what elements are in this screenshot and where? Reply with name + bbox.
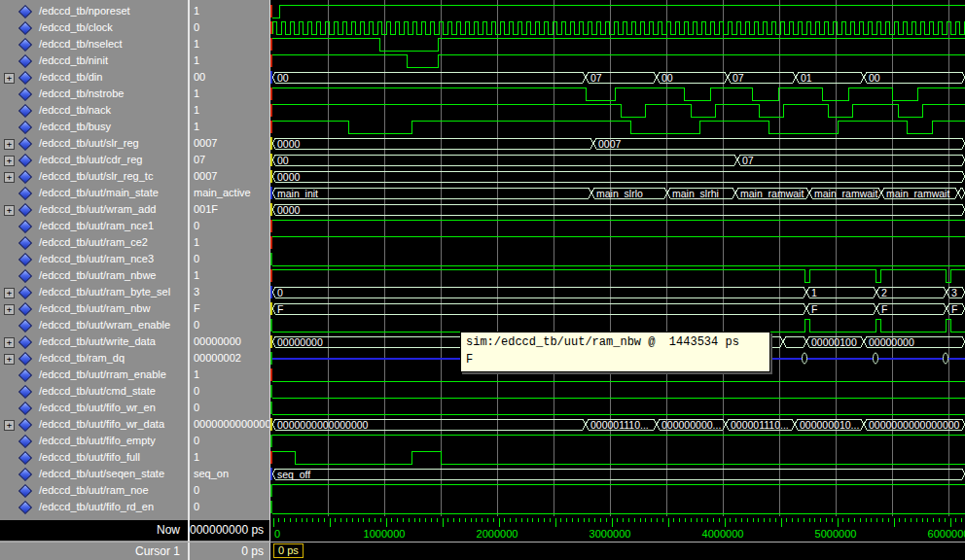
signal-value: 00 bbox=[194, 71, 205, 83]
expand-icon[interactable]: + bbox=[4, 337, 15, 348]
signal-row[interactable]: /edccd_tb/nack bbox=[0, 102, 188, 119]
signal-row[interactable]: /edccd_tb/clock bbox=[0, 19, 188, 36]
signal-value: 1 bbox=[194, 368, 199, 380]
expand-icon[interactable]: + bbox=[4, 288, 15, 298]
signal-value: 0 bbox=[194, 220, 199, 231]
signal-row[interactable]: +/edccd_tb/uut/ram_nbw bbox=[0, 300, 188, 317]
names-panel: /edccd_tb/nporeset/edccd_tb/clock/edccd_… bbox=[0, 0, 188, 516]
signal-row[interactable]: /edccd_tb/nstrobe bbox=[0, 86, 188, 102]
timeline-ruler[interactable]: 0100000020000003000000400000050000006000… bbox=[272, 516, 965, 542]
expand-icon[interactable]: + bbox=[4, 139, 15, 150]
signal-row[interactable]: /edccd_tb/uut/ram_ce2 bbox=[0, 234, 188, 251]
signal-row[interactable]: /edccd_tb/uut/fifo_wr_en bbox=[0, 400, 188, 416]
svg-text:00000000: 00000000 bbox=[869, 336, 914, 348]
signal-name: /edccd_tb/ninit bbox=[39, 54, 108, 66]
signal-row[interactable]: /edccd_tb/busy bbox=[0, 119, 188, 135]
signal-value-row: 0007 bbox=[190, 168, 269, 185]
svg-text:00: 00 bbox=[661, 72, 673, 84]
svg-text:0000: 0000 bbox=[277, 138, 301, 150]
signal-value: 0 bbox=[194, 435, 199, 446]
expand-icon[interactable]: + bbox=[4, 73, 15, 84]
waveform-svg: 0007000701000000000700070000main_initmai… bbox=[272, 0, 965, 516]
signal-row[interactable]: +/edccd_tb/uut/wram_add bbox=[0, 201, 188, 218]
signal-value-row: 0007 bbox=[190, 135, 269, 152]
expand-icon[interactable]: + bbox=[4, 172, 15, 183]
signal-name: /edccd_tb/uut/ram_noe bbox=[39, 484, 149, 496]
signal-name: /edccd_tb/uut/ram_nce3 bbox=[39, 253, 154, 264]
svg-text:2: 2 bbox=[881, 287, 887, 298]
signal-row[interactable]: +/edccd_tb/uut/cdr_reg bbox=[0, 152, 188, 168]
signal-name: /edccd_tb/uut/fifo_empty bbox=[39, 435, 156, 446]
cursor-track[interactable]: 0 ps bbox=[272, 542, 965, 560]
signal-value: seq_on bbox=[194, 468, 229, 479]
cursor-time-box[interactable]: 0 ps bbox=[273, 543, 304, 558]
expand-icon[interactable]: + bbox=[4, 156, 15, 166]
signal-row[interactable]: /edccd_tb/uut/fifo_empty bbox=[0, 433, 188, 449]
signal-value: 0 bbox=[194, 319, 199, 331]
signal-row[interactable]: /edccd_tb/nselect bbox=[0, 36, 188, 52]
signal-row[interactable]: /edccd_tb/uut/seqen_state bbox=[0, 466, 188, 482]
signal-row[interactable]: +/edccd_tb/ram_dq bbox=[0, 350, 188, 367]
waveform-canvas[interactable]: 0007000701000000000700070000main_initmai… bbox=[272, 0, 965, 516]
signal-value: 0 bbox=[194, 501, 199, 512]
tooltip-line2: F bbox=[466, 353, 473, 367]
signal-name: /edccd_tb/uut/ram_nbw bbox=[39, 302, 150, 314]
signal-value-row: 00000002 bbox=[190, 350, 269, 367]
signal-value-row: 1 bbox=[190, 267, 269, 284]
signal-row[interactable]: +/edccd_tb/uut/ram_byte_sel bbox=[0, 284, 188, 300]
signal-row[interactable]: /edccd_tb/uut/ram_nbwe bbox=[0, 267, 188, 284]
signal-name: /edccd_tb/uut/fifo_wr_en bbox=[39, 402, 156, 413]
svg-text:F: F bbox=[811, 303, 817, 315]
signal-name: /edccd_tb/uut/fifo_rd_en bbox=[39, 501, 154, 512]
svg-text:F: F bbox=[881, 303, 887, 315]
signal-value-row: 1 bbox=[190, 102, 269, 119]
signal-value: 1 bbox=[194, 88, 199, 99]
signal-row[interactable]: +/edccd_tb/uut/slr_reg bbox=[0, 135, 188, 152]
expand-icon[interactable]: + bbox=[4, 304, 15, 315]
signal-diamond-icon bbox=[18, 154, 32, 167]
signal-row[interactable]: /edccd_tb/uut/ram_nce1 bbox=[0, 218, 188, 234]
svg-text:0: 0 bbox=[277, 287, 283, 298]
signal-value: 1 bbox=[194, 451, 199, 463]
signal-value: 001F bbox=[194, 203, 218, 215]
signal-name: /edccd_tb/uut/ram_ce2 bbox=[39, 236, 148, 248]
signal-value: 1 bbox=[194, 236, 199, 248]
signal-row[interactable]: +/edccd_tb/din bbox=[0, 69, 188, 86]
signal-value-row: 1 bbox=[190, 3, 269, 19]
signal-row[interactable]: +/edccd_tb/uut/fifo_wr_data bbox=[0, 416, 188, 433]
signal-name: /edccd_tb/uut/slr_reg_tc bbox=[39, 170, 153, 182]
signal-row[interactable]: /edccd_tb/uut/rram_enable bbox=[0, 367, 188, 383]
signal-row[interactable]: /edccd_tb/uut/main_state bbox=[0, 185, 188, 201]
signal-value-row: 0 bbox=[190, 383, 269, 400]
signal-value-row: 0 bbox=[190, 400, 269, 416]
signal-row[interactable]: /edccd_tb/uut/fifo_rd_en bbox=[0, 499, 188, 515]
svg-text:000001110...: 000001110... bbox=[590, 419, 649, 431]
expand-icon[interactable]: + bbox=[4, 420, 15, 431]
signal-name: /edccd_tb/uut/main_state bbox=[39, 187, 159, 198]
expand-icon[interactable]: + bbox=[4, 354, 15, 365]
signal-row[interactable]: /edccd_tb/uut/ram_nce3 bbox=[0, 251, 188, 267]
svg-text:main_ramwait: main_ramwait bbox=[814, 188, 877, 199]
signal-row[interactable]: /edccd_tb/ninit bbox=[0, 52, 188, 69]
signal-diamond-icon bbox=[18, 269, 32, 283]
cursor-label[interactable]: Cursor 1 bbox=[0, 542, 188, 560]
svg-text:main_slrlo: main_slrlo bbox=[596, 188, 643, 199]
expand-icon[interactable]: + bbox=[4, 205, 15, 216]
svg-text:0: 0 bbox=[274, 528, 280, 540]
values-panel: 1011001110007070007main_active001F01013F… bbox=[190, 0, 269, 516]
signal-name: /edccd_tb/nporeset bbox=[39, 5, 130, 17]
svg-text:000001110...: 000001110... bbox=[731, 419, 789, 431]
signal-name: /edccd_tb/nack bbox=[39, 104, 111, 116]
signal-row[interactable]: /edccd_tb/nporeset bbox=[0, 3, 188, 19]
signal-row[interactable]: /edccd_tb/uut/fifo_full bbox=[0, 449, 188, 466]
signal-row[interactable]: +/edccd_tb/uut/slr_reg_tc bbox=[0, 168, 188, 185]
signal-diamond-icon bbox=[18, 71, 32, 85]
signal-row[interactable]: /edccd_tb/uut/wram_enable bbox=[0, 317, 188, 333]
signal-row[interactable]: +/edccd_tb/uut/write_data bbox=[0, 333, 188, 350]
signal-value: 1 bbox=[194, 269, 199, 281]
signal-row[interactable]: /edccd_tb/uut/cmd_state bbox=[0, 383, 188, 400]
svg-text:3000000: 3000000 bbox=[590, 528, 631, 540]
column-separator[interactable] bbox=[188, 0, 190, 560]
signal-row[interactable]: /edccd_tb/uut/ram_noe bbox=[0, 482, 188, 499]
column-separator[interactable] bbox=[269, 0, 270, 560]
